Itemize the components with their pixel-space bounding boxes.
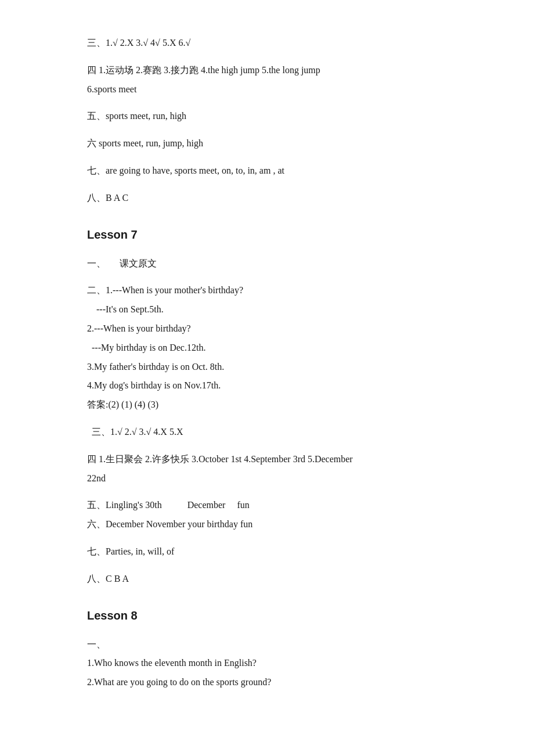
section-qi: 七、are going to have, sports meet, on, to…	[87, 163, 459, 179]
l7-qi-line: 七、Parties, in, will, of	[87, 543, 459, 560]
l7-er-line2: ---It's on Sept.5th.	[87, 301, 459, 318]
l7-san-line: 三、1.√ 2.√ 3.√ 4.X 5.X	[87, 424, 459, 441]
l7-section-wu-liu: 五、Lingling's 30th December fun 六、Decembe…	[87, 497, 459, 533]
section-si-line2: 6.sports meet	[87, 81, 459, 98]
l7-si-line2: 22nd	[87, 470, 459, 487]
lesson7-title: Lesson 7	[87, 224, 459, 245]
l7-er-line3: 2.---When is your birthday?	[87, 321, 459, 337]
page-content: 三、1.√ 2.X 3.√ 4√ 5.X 6.√ 四 1.运动场 2.赛跑 3.…	[87, 35, 459, 691]
l7-section-qi: 七、Parties, in, will, of	[87, 543, 459, 560]
section-san-line: 三、1.√ 2.X 3.√ 4√ 5.X 6.√	[87, 35, 459, 52]
san-label: 三、1.√ 2.X 3.√ 4√ 5.X 6.√	[87, 38, 190, 48]
l8-yi-line2: 2.What are you going to do on the sports…	[87, 674, 459, 691]
l8-yi-line1: 1.Who knows the eleventh month in Englis…	[87, 655, 459, 672]
l7-si-line1: 四 1.生日聚会 2.许多快乐 3.October 1st 4.Septembe…	[87, 451, 459, 468]
section-ba-line: 八、B A C	[87, 190, 459, 207]
l7-section-san: 三、1.√ 2.√ 3.√ 4.X 5.X	[87, 424, 459, 441]
section-qi-line: 七、are going to have, sports meet, on, to…	[87, 163, 459, 179]
l7-er-line6: 4.My dog's birthday is on Nov.17th.	[87, 377, 459, 394]
section-si-line1: 四 1.运动场 2.赛跑 3.接力跑 4.the high jump 5.the…	[87, 62, 459, 79]
l7-er-answer: 答案:(2) (1) (4) (3)	[87, 397, 459, 413]
section-si: 四 1.运动场 2.赛跑 3.接力跑 4.the high jump 5.the…	[87, 62, 459, 98]
l7-er-line4: ---My birthday is on Dec.12th.	[87, 340, 459, 357]
l7-wu-line: 五、Lingling's 30th December fun	[87, 497, 459, 514]
l8-section-yi: 一、 1.Who knows the eleventh month in Eng…	[87, 636, 459, 691]
l7-yi-line: 一、 课文原文	[87, 255, 459, 272]
lesson8-title: Lesson 8	[87, 605, 459, 626]
l7-ba-line: 八、C B A	[87, 571, 459, 588]
section-liu: 六 sports meet, run, jump, high	[87, 135, 459, 152]
section-wu-line: 五、sports meet, run, high	[87, 108, 459, 125]
section-ba: 八、B A C	[87, 190, 459, 207]
l7-section-si: 四 1.生日聚会 2.许多快乐 3.October 1st 4.Septembe…	[87, 451, 459, 487]
l7-section-ba: 八、C B A	[87, 571, 459, 588]
section-san: 三、1.√ 2.X 3.√ 4√ 5.X 6.√	[87, 35, 459, 52]
l8-yi-label: 一、	[87, 636, 459, 653]
section-liu-line: 六 sports meet, run, jump, high	[87, 135, 459, 152]
section-wu: 五、sports meet, run, high	[87, 108, 459, 125]
l7-section-yi: 一、 课文原文	[87, 255, 459, 272]
l7-er-line5: 3.My father's birthday is on Oct. 8th.	[87, 359, 459, 376]
l7-liu-line: 六、December November your birthday fun	[87, 516, 459, 533]
l7-section-er: 二、1.---When is your mother's birthday? -…	[87, 282, 459, 413]
l7-er-line1: 二、1.---When is your mother's birthday?	[87, 282, 459, 299]
